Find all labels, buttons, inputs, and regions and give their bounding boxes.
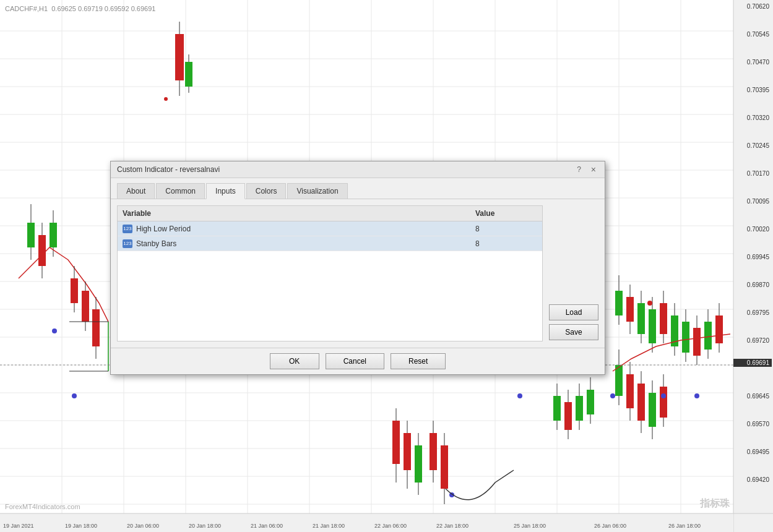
price-label-9: 0.70020: [733, 226, 772, 233]
svg-rect-32: [175, 34, 184, 80]
svg-rect-92: [615, 365, 623, 396]
indicator-dialog: Custom Indicator - reversalnavi ? × Abou…: [110, 161, 605, 375]
svg-rect-101: [649, 393, 656, 427]
svg-rect-95: [626, 374, 634, 408]
table-header: Variable Value: [118, 206, 542, 221]
svg-rect-118: [415, 445, 422, 483]
time-label-1: 19 Jan 2021: [3, 523, 34, 529]
time-label-5: 21 Jan 06:00: [251, 523, 283, 529]
svg-rect-55: [92, 309, 100, 346]
row-value-2[interactable]: 8: [475, 239, 537, 248]
price-label-7: 0.70170: [733, 170, 772, 177]
svg-point-138: [517, 393, 522, 398]
price-label-15: 0.69570: [733, 421, 772, 427]
table-row[interactable]: 123 Stanby Bars 8: [118, 236, 542, 251]
save-button[interactable]: Save: [549, 324, 598, 340]
dialog-titlebar: Custom Indicator - reversalnavi ? ×: [111, 161, 605, 178]
svg-rect-83: [693, 328, 701, 356]
svg-rect-122: [430, 433, 437, 470]
price-label-2: 0.70545: [733, 31, 772, 38]
time-label-10: 26 Jan 06:00: [594, 523, 626, 529]
tab-inputs[interactable]: Inputs: [206, 183, 245, 199]
svg-rect-89: [715, 315, 723, 343]
svg-rect-74: [660, 303, 667, 334]
svg-rect-137: [587, 390, 594, 414]
table-row[interactable]: 123 High Low Period 8: [118, 221, 542, 236]
price-label-3: 0.70470: [733, 59, 772, 66]
svg-rect-86: [704, 322, 712, 350]
load-button[interactable]: Load: [549, 304, 598, 320]
side-buttons: Load Save: [549, 205, 598, 341]
table-empty-space: [118, 251, 542, 341]
price-label-current: 0.69691: [733, 359, 772, 367]
time-label-7: 22 Jan 06:00: [374, 523, 407, 529]
price-label-13: 0.69720: [733, 337, 772, 344]
svg-point-46: [52, 328, 57, 333]
price-label-8: 0.70095: [733, 198, 772, 205]
row-icon-2: 123: [123, 239, 132, 248]
dialog-help-button[interactable]: ?: [574, 165, 584, 174]
time-label-9: 25 Jan 18:00: [514, 523, 546, 529]
time-label-2: 19 Jan 18:00: [65, 523, 97, 529]
svg-point-33: [164, 97, 168, 101]
col-header-value: Value: [475, 209, 537, 218]
dialog-close-button[interactable]: ×: [589, 165, 598, 174]
svg-point-105: [661, 393, 666, 398]
dialog-controls: ? ×: [574, 165, 598, 174]
price-label-14: 0.69645: [733, 393, 772, 400]
tabs-bar: About Common Inputs Colors Visualization: [111, 178, 605, 199]
svg-point-106: [694, 393, 699, 398]
row-icon-1: 123: [123, 225, 132, 233]
svg-rect-49: [71, 278, 78, 303]
watermark: ForexMT4Indicators.com: [5, 503, 80, 510]
col-header-variable: Variable: [123, 209, 475, 218]
price-label-4: 0.70395: [733, 87, 772, 93]
cancel-button[interactable]: Cancel: [326, 353, 384, 369]
svg-rect-71: [649, 309, 656, 343]
svg-rect-62: [615, 291, 623, 315]
price-label-5: 0.70320: [733, 114, 772, 121]
time-label-8: 22 Jan 18:00: [436, 523, 469, 529]
svg-rect-134: [576, 396, 583, 421]
price-label-17: 0.69420: [733, 476, 772, 483]
dialog-title: Custom Indicator - reversalnavi: [117, 165, 220, 174]
svg-rect-52: [82, 291, 89, 322]
ok-button[interactable]: OK: [270, 353, 319, 369]
svg-point-107: [610, 393, 615, 398]
svg-point-57: [72, 393, 77, 398]
tab-about[interactable]: About: [117, 183, 155, 199]
price-label-6: 0.70245: [733, 142, 772, 149]
row-name-2: Stanby Bars: [136, 239, 475, 248]
tab-common[interactable]: Common: [156, 183, 205, 199]
price-label-10: 0.69945: [733, 254, 772, 260]
tab-colors[interactable]: Colors: [246, 183, 287, 199]
tab-visualization[interactable]: Visualization: [287, 183, 347, 199]
svg-rect-115: [404, 433, 411, 470]
price-label-12: 0.69795: [733, 309, 772, 316]
price-label-1: 0.70620: [733, 3, 772, 10]
price-label-11: 0.69870: [733, 281, 772, 288]
svg-rect-65: [626, 297, 634, 322]
inputs-table: Variable Value 123 High Low Period 8 123…: [117, 205, 543, 341]
svg-rect-125: [441, 445, 448, 489]
time-label-3: 20 Jan 06:00: [127, 523, 159, 529]
row-name-1: High Low Period: [136, 225, 475, 233]
dialog-footer: OK Cancel Reset: [111, 348, 605, 374]
reset-button[interactable]: Reset: [391, 353, 446, 369]
corner-mark: 指标珠: [700, 497, 730, 510]
svg-rect-36: [185, 62, 192, 87]
svg-rect-131: [564, 402, 572, 430]
symbol-info: CADCHF#,H1 0.69625 0.69719 0.69592 0.696…: [5, 5, 155, 12]
row-value-1[interactable]: 8: [475, 225, 537, 233]
svg-rect-80: [682, 322, 689, 353]
svg-rect-45: [50, 223, 57, 247]
svg-rect-98: [637, 384, 645, 421]
svg-rect-42: [38, 235, 46, 266]
time-label-4: 20 Jan 18:00: [189, 523, 221, 529]
svg-rect-128: [553, 396, 561, 421]
dialog-content: Variable Value 123 High Low Period 8 123…: [111, 199, 605, 348]
svg-rect-104: [660, 387, 667, 418]
time-label-11: 26 Jan 18:00: [668, 523, 701, 529]
svg-rect-39: [27, 223, 35, 247]
svg-point-108: [647, 301, 652, 306]
